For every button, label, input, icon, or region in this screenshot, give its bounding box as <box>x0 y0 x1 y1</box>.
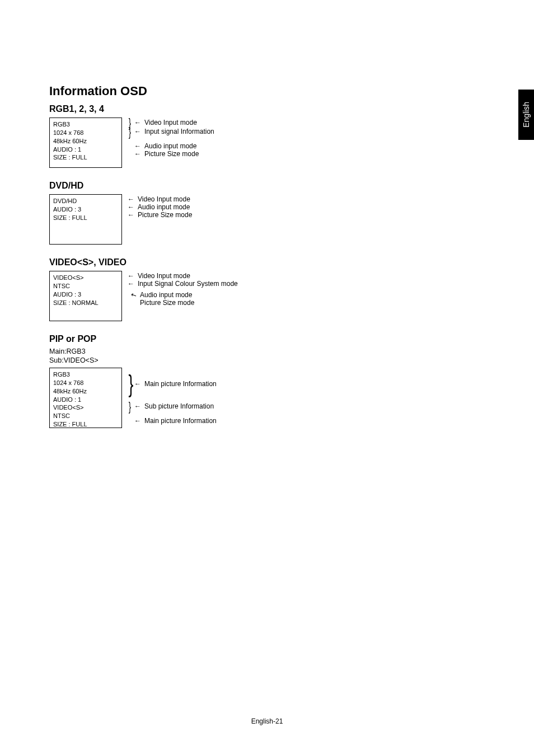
osd-line: SIZE : NORMAL <box>53 299 118 307</box>
callout-text: Picture Size mode <box>138 211 192 219</box>
osd-line: AUDIO : 1 <box>53 396 118 404</box>
callout-text: Picture Size mode <box>144 150 199 158</box>
arrow-left-icon: ← <box>134 381 141 387</box>
callout-text: Picture Size mode <box>140 299 194 307</box>
callout-text: Main picture Information <box>144 380 217 388</box>
arrow-diagonal-icon: ↖ <box>130 290 138 299</box>
page-title: Information OSD <box>49 84 486 98</box>
callout-text: Main picture Information <box>144 417 217 425</box>
arrow-left-icon: ← <box>134 128 141 135</box>
brace-icon: } <box>129 403 132 410</box>
osd-line: AUDIO : 3 <box>53 205 118 214</box>
osd-line: 48kHz 60Hz <box>53 387 118 396</box>
callout-text: Input signal Information <box>144 128 214 135</box>
osd-line: RGB3 <box>53 120 118 129</box>
brace-icon: } <box>129 129 132 135</box>
arrow-left-icon: ← <box>134 119 141 126</box>
arrow-left-icon: ← <box>128 273 134 279</box>
osd-box-dvd: DVD/HD AUDIO : 3 SIZE : FULL <box>49 194 122 245</box>
callout-text: Audio input mode <box>138 203 190 211</box>
osd-box-video: VIDEO<S> NTSC AUDIO : 3 SIZE : NORMAL <box>49 271 122 321</box>
block-dvd: DVD/HD AUDIO : 3 SIZE : FULL ← Video Inp… <box>49 194 486 247</box>
osd-box-pip: RGB3 1024 x 768 48kHz 60Hz AUDIO : 1 VID… <box>49 368 122 428</box>
osd-line: NTSC <box>53 412 118 420</box>
osd-line: 1024 x 768 <box>53 379 118 387</box>
osd-line: VIDEO<S> <box>53 274 118 282</box>
page-content: Information OSD RGB1, 2, 3, 4 RGB3 1024 … <box>49 84 486 439</box>
osd-line: NTSC <box>53 282 118 290</box>
arrow-left-icon: ← <box>134 143 141 149</box>
osd-line: RGB3 <box>53 370 118 379</box>
block-video: VIDEO<S> NTSC AUDIO : 3 SIZE : NORMAL ← … <box>49 271 486 324</box>
section-heading-rgb: RGB1, 2, 3, 4 <box>49 104 486 114</box>
arrow-left-icon: ← <box>128 280 134 287</box>
arrow-left-icon: ← <box>134 151 141 157</box>
callout-text: Audio input mode <box>140 291 192 299</box>
callout-text: Audio input mode <box>144 142 196 150</box>
osd-line: AUDIO : 3 <box>53 290 118 299</box>
osd-line: 1024 x 768 <box>53 129 118 137</box>
arrow-left-icon: ← <box>128 204 134 210</box>
osd-box-rgb: RGB3 1024 x 768 48kHz 60Hz AUDIO : 1 SIZ… <box>49 118 122 168</box>
arrow-left-icon: ← <box>128 212 134 218</box>
block-pip: RGB3 1024 x 768 48kHz 60Hz AUDIO : 1 VID… <box>49 368 486 429</box>
pip-main-label: Main:RGB3 <box>49 348 486 355</box>
osd-line: AUDIO : 1 <box>53 145 118 154</box>
pip-sub-label: Sub:VIDEO<S> <box>49 356 486 364</box>
callout-text: Video Input mode <box>138 195 190 203</box>
callout-text: Video Input mode <box>144 119 197 126</box>
osd-line: VIDEO<S> <box>53 403 118 412</box>
block-rgb: RGB3 1024 x 768 48kHz 60Hz AUDIO : 1 SIZ… <box>49 118 486 171</box>
arrow-left-icon: ← <box>134 403 141 410</box>
language-tab-label: English <box>522 102 531 128</box>
callout-text: Input Signal Colour System mode <box>138 280 238 288</box>
page-footer: English-21 <box>0 717 534 725</box>
section-heading-video: VIDEO<S>, VIDEO <box>49 257 486 267</box>
osd-line: 48kHz 60Hz <box>53 137 118 145</box>
callout-text: Video Input mode <box>138 272 190 280</box>
osd-line: SIZE : FULL <box>53 214 118 222</box>
section-heading-dvd: DVD/HD <box>49 181 486 191</box>
osd-line: SIZE : FULL <box>53 153 118 162</box>
brace-icon: } <box>129 378 132 390</box>
language-tab: English <box>518 90 534 140</box>
section-heading-pip: PIP or POP <box>49 334 486 344</box>
callout-text: Sub picture Information <box>144 402 214 410</box>
arrow-left-icon: ← <box>128 196 134 203</box>
osd-line: DVD/HD <box>53 197 118 205</box>
osd-line: SIZE : FULL <box>53 420 118 429</box>
arrow-left-icon: ← <box>134 417 141 424</box>
